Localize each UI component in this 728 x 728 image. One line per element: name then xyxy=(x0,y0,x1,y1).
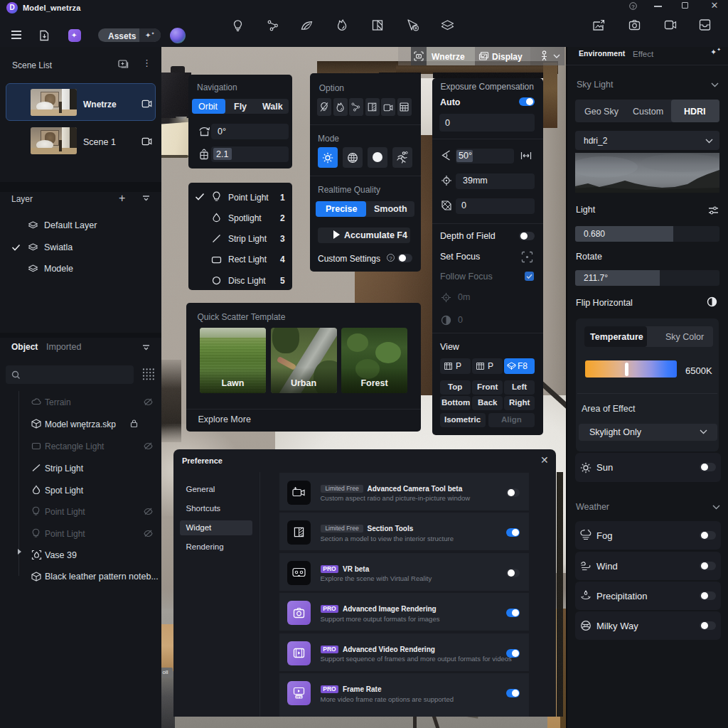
svg-text:FPS: FPS xyxy=(296,696,302,699)
